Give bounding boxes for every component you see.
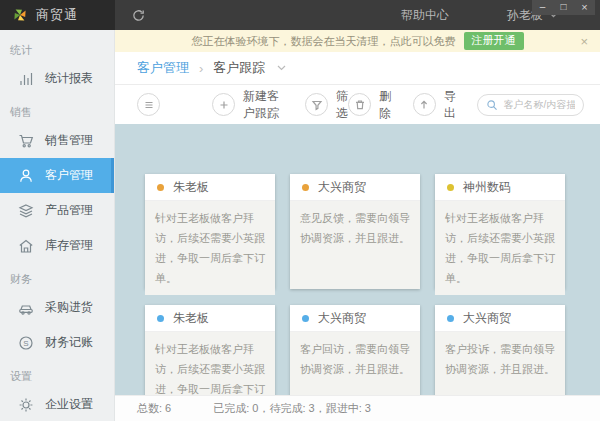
sidebar-item-statistical-reports[interactable]: 统计报表 bbox=[0, 61, 114, 96]
sidebar-item-label: 采购进货 bbox=[45, 299, 93, 316]
status-bar: 总数: 6 已完成: 0，待完成: 3，跟进中: 3 bbox=[115, 395, 600, 421]
sidebar-item-inventory-management[interactable]: 库存管理 bbox=[0, 228, 114, 263]
progress-summary: 已完成: 0，待完成: 3，跟进中: 3 bbox=[213, 401, 371, 416]
card-body: 针对王老板做客户拜访，后续还需要小英跟进，争取一周后拿下订单。 bbox=[435, 201, 565, 295]
filter-label: 筛选 bbox=[336, 88, 348, 122]
delete-button[interactable]: 删除 bbox=[348, 88, 397, 122]
card-title: 大兴商贸 bbox=[318, 310, 366, 327]
status-dot bbox=[157, 184, 164, 191]
follow-up-card[interactable]: 神州数码 针对王老板做客户拜访，后续还需要小英跟进，争取一周后拿下订单。 bbox=[435, 174, 565, 289]
filter-button[interactable]: 筛选 bbox=[305, 88, 348, 122]
toolbar: 新建客户跟踪 筛选 删除 bbox=[115, 85, 600, 124]
funnel-icon bbox=[305, 93, 328, 116]
svg-text:S: S bbox=[23, 339, 28, 348]
follow-up-card[interactable]: 大兴商贸 客户投诉，需要向领导协调资源，并且跟进。 bbox=[435, 305, 565, 395]
sidebar-item-purchasing[interactable]: 采购进货 bbox=[0, 290, 114, 325]
export-label: 导出 bbox=[444, 88, 462, 122]
total-count: 总数: 6 bbox=[137, 401, 171, 416]
sidebar-section-sales: 销售 bbox=[0, 96, 114, 123]
cart-icon bbox=[17, 132, 34, 149]
sidebar-section-finance: 财务 bbox=[0, 263, 114, 290]
card-body: 针对王老板做客户拜访，后续还需要小英跟进，争取一周后拿下订单。 bbox=[145, 332, 275, 395]
content-area: 您正在体验环境下，数据会在当天清理，点此可以免费 注册开通 × 客户管理 › 客… bbox=[115, 30, 600, 421]
chevron-down-icon[interactable] bbox=[277, 65, 286, 71]
search-icon bbox=[486, 99, 498, 111]
status-dot bbox=[447, 315, 454, 322]
card-body: 意见反馈，需要向领导协调资源，并且跟进。 bbox=[290, 201, 420, 289]
sidebar-item-product-management[interactable]: 产品管理 bbox=[0, 193, 114, 228]
gear-icon bbox=[17, 396, 34, 413]
app-window: 商贸通 帮助中心 孙老板 – □ × 统计 bbox=[0, 0, 600, 421]
new-follow-up-button[interactable]: 新建客户跟踪 bbox=[212, 88, 283, 122]
user-icon bbox=[17, 167, 34, 184]
car-icon bbox=[17, 299, 34, 316]
register-button[interactable]: 注册开通 bbox=[464, 32, 524, 50]
sidebar-item-bookkeeping[interactable]: S 财务记账 bbox=[0, 325, 114, 360]
close-button[interactable]: × bbox=[574, 0, 595, 15]
card-header: 神州数码 bbox=[435, 174, 565, 201]
card-header: 大兴商贸 bbox=[290, 305, 420, 332]
trash-icon bbox=[348, 93, 371, 116]
card-body: 针对王老板做客户拜访，后续还需要小英跟进，争取一周后拿下订单。 bbox=[145, 201, 275, 295]
window-controls: – □ × bbox=[532, 0, 595, 15]
sidebar-item-label: 客户管理 bbox=[45, 167, 93, 184]
refresh-icon[interactable] bbox=[131, 8, 146, 23]
warehouse-icon bbox=[17, 237, 34, 254]
card-header: 大兴商贸 bbox=[435, 305, 565, 332]
notification-close-icon[interactable]: × bbox=[580, 34, 588, 49]
card-header: 朱老板 bbox=[145, 174, 275, 201]
search-input[interactable] bbox=[503, 99, 575, 110]
card-body: 客户投诉，需要向领导协调资源，并且跟进。 bbox=[435, 332, 565, 395]
card-title: 大兴商贸 bbox=[463, 310, 511, 327]
follow-up-card-board: 朱老板 针对王老板做客户拜访，后续还需要小英跟进，争取一周后拿下订单。 大兴商贸… bbox=[115, 124, 600, 395]
status-dot bbox=[157, 315, 164, 322]
trial-notification-bar: 您正在体验环境下，数据会在当天清理，点此可以免费 注册开通 × bbox=[115, 30, 600, 52]
sidebar-item-label: 销售管理 bbox=[45, 132, 93, 149]
maximize-button[interactable]: □ bbox=[553, 0, 574, 15]
app-logo: 商贸通 bbox=[0, 0, 115, 30]
card-title: 朱老板 bbox=[173, 179, 209, 196]
follow-up-card[interactable]: 朱老板 针对王老板做客户拜访，后续还需要小英跟进，争取一周后拿下订单。 bbox=[145, 305, 275, 395]
sidebar-item-label: 库存管理 bbox=[45, 237, 93, 254]
plus-icon bbox=[212, 93, 235, 116]
card-title: 神州数码 bbox=[463, 179, 511, 196]
trial-message: 您正在体验环境下，数据会在当天清理，点此可以免费 bbox=[192, 34, 456, 49]
sidebar-item-customer-management[interactable]: 客户管理 bbox=[0, 158, 114, 193]
toolbar-right: 删除 导出 bbox=[348, 88, 584, 122]
sidebar-item-label: 企业设置 bbox=[45, 396, 93, 413]
view-menu-button[interactable] bbox=[137, 93, 160, 116]
search-box[interactable] bbox=[477, 94, 584, 116]
bar-chart-icon bbox=[17, 70, 34, 87]
breadcrumb-customer-management[interactable]: 客户管理 bbox=[137, 59, 189, 77]
card-header: 朱老板 bbox=[145, 305, 275, 332]
sidebar-item-enterprise-settings[interactable]: 企业设置 bbox=[0, 387, 114, 421]
delete-label: 删除 bbox=[379, 88, 397, 122]
follow-up-card[interactable]: 大兴商贸 客户回访，需要向领导协调资源，并且跟进。 bbox=[290, 305, 420, 395]
pinwheel-logo-icon bbox=[12, 7, 28, 23]
sidebar-section-statistics: 统计 bbox=[0, 34, 114, 61]
sidebar-item-label: 产品管理 bbox=[45, 202, 93, 219]
card-header: 大兴商贸 bbox=[290, 174, 420, 201]
sidebar-item-sales-management[interactable]: 销售管理 bbox=[0, 123, 114, 158]
sidebar-item-label: 财务记账 bbox=[45, 334, 93, 351]
sidebar: 统计 统计报表 销售 销售管理 客户管理 bbox=[0, 30, 115, 421]
status-dot bbox=[302, 315, 309, 322]
follow-up-card[interactable]: 大兴商贸 意见反馈，需要向领导协调资源，并且跟进。 bbox=[290, 174, 420, 289]
hamburger-icon bbox=[142, 98, 156, 112]
app-name: 商贸通 bbox=[36, 6, 78, 24]
card-body: 客户回访，需要向领导协调资源，并且跟进。 bbox=[290, 332, 420, 395]
card-title: 朱老板 bbox=[173, 310, 209, 327]
status-dot bbox=[447, 184, 454, 191]
follow-up-card[interactable]: 朱老板 针对王老板做客户拜访，后续还需要小英跟进，争取一周后拿下订单。 bbox=[145, 174, 275, 289]
card-title: 大兴商贸 bbox=[318, 179, 366, 196]
money-circle-icon: S bbox=[17, 334, 34, 351]
export-button[interactable]: 导出 bbox=[413, 88, 462, 122]
help-center-link[interactable]: 帮助中心 bbox=[401, 7, 449, 24]
minimize-button[interactable]: – bbox=[532, 0, 553, 15]
arrow-up-icon bbox=[413, 93, 436, 116]
sidebar-section-settings: 设置 bbox=[0, 360, 114, 387]
breadcrumb-separator: › bbox=[199, 61, 203, 76]
breadcrumb-customer-tracking: 客户跟踪 bbox=[213, 59, 265, 77]
layers-icon bbox=[17, 202, 34, 219]
breadcrumb: 客户管理 › 客户跟踪 bbox=[115, 52, 600, 85]
